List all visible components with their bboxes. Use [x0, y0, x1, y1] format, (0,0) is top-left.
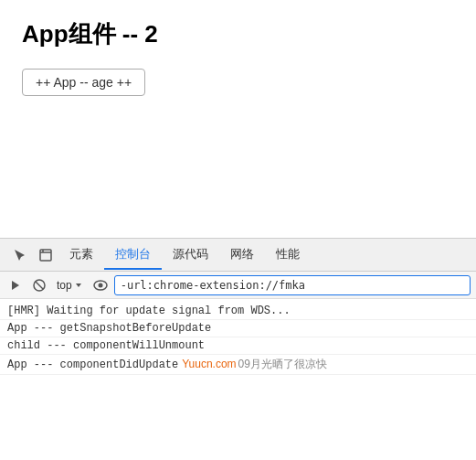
console-output: [HMR] Waiting for update signal from WDS…: [0, 299, 476, 460]
devtools-panel: 元素 控制台 源代码 网络 性能 top: [0, 238, 476, 460]
svg-point-8: [98, 283, 102, 287]
top-label: top: [57, 279, 72, 292]
page-title: App组件 -- 2: [22, 18, 454, 50]
console-toolbar: top -url:chrome-extension://fmka: [0, 272, 476, 299]
inspect-icon[interactable]: [33, 242, 58, 268]
play-icon[interactable]: [5, 275, 26, 295]
console-line-1: App --- getSnapshotBeforeUpdate: [0, 320, 476, 337]
svg-marker-3: [12, 281, 19, 290]
main-content: App组件 -- 2 ++ App -- age ++: [0, 0, 476, 238]
console-line-2: child --- componentWillUnmount: [0, 337, 476, 355]
console-line-0: [HMR] Waiting for update signal from WDS…: [0, 303, 476, 320]
svg-marker-6: [76, 283, 81, 287]
top-dropdown[interactable]: top: [53, 277, 87, 294]
app-button[interactable]: ++ App -- age ++: [22, 69, 145, 96]
cursor-icon[interactable]: [7, 242, 33, 268]
watermark-text: Yuucn.com: [182, 358, 236, 370]
devtools-tab-bar: 元素 控制台 源代码 网络 性能: [0, 239, 476, 272]
svg-rect-0: [40, 250, 51, 261]
url-input[interactable]: -url:chrome-extension://fmka: [114, 275, 471, 295]
stop-icon[interactable]: [29, 275, 49, 295]
svg-line-5: [36, 282, 43, 289]
tab-sources[interactable]: 源代码: [162, 241, 219, 270]
tab-console[interactable]: 控制台: [104, 241, 162, 270]
tab-elements[interactable]: 元素: [58, 241, 104, 270]
console-line-3: App --- componentDidUpdate Yuucn.com 09月…: [0, 355, 476, 375]
eye-icon[interactable]: [90, 275, 111, 295]
tab-network[interactable]: 网络: [219, 241, 265, 270]
suffix-text: 09月光晒了很凉快: [238, 357, 327, 372]
tab-performance[interactable]: 性能: [265, 241, 311, 270]
